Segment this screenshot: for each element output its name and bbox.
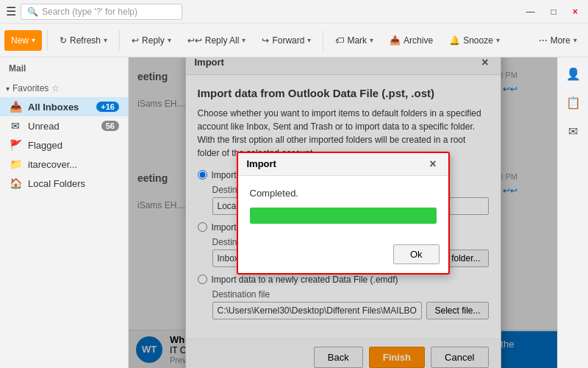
sidebar-item-unread[interactable]: ✉ Unread 56 — [0, 116, 128, 135]
favorites-label: Favorites — [12, 83, 49, 93]
sidebar-item-itarecover[interactable]: 📁 itarecover... — [0, 155, 128, 174]
itarecover-label: itarecover... — [28, 159, 77, 170]
title-bar-left: ☰ 🔍 Search (type '?' for help) — [6, 4, 182, 20]
main-content: eeting Fri 5/17/2013 6:58 PM ↩ ↩↩ iSams … — [129, 57, 588, 368]
right-panel-calendar-button[interactable]: 📋 — [562, 92, 584, 113]
completed-text: Completed. — [250, 188, 437, 199]
inner-dialog-title-text: Import — [247, 158, 276, 169]
unread-icon: ✉ — [9, 120, 22, 132]
right-panel-person-button[interactable]: 👤 — [562, 63, 584, 85]
search-box[interactable]: 🔍 Search (type '?' for help) — [21, 4, 182, 20]
flagged-icon: 🚩 — [9, 139, 22, 151]
search-placeholder: Search (type '?' for help) — [42, 7, 137, 17]
inner-dialog-close-button[interactable]: × — [426, 158, 439, 170]
more-button[interactable]: ⋯ More ▾ — [532, 30, 584, 51]
right-panel-mail-button[interactable]: ✉ — [564, 121, 581, 142]
right-panel: 👤 📋 ✉ — [557, 57, 588, 368]
title-bar-controls: — □ × — [522, 7, 582, 17]
unread-label: Unread — [28, 121, 60, 132]
sidebar-item-all-inboxes[interactable]: 📥 All Inboxes +16 — [0, 97, 128, 116]
inner-dialog: Import × Completed. Ok — [237, 152, 450, 275]
mark-arrow[interactable]: ▾ — [370, 36, 373, 44]
refresh-icon: ↻ — [60, 35, 67, 46]
local-folders-label: Local Folders — [28, 178, 85, 189]
progress-bar-fill — [250, 208, 437, 224]
minimize-button[interactable]: — — [522, 7, 539, 17]
reply-button[interactable]: ↩ Reply ▾ — [125, 30, 178, 51]
sidebar-mail-section: Mail — [0, 57, 128, 79]
inner-dialog-overlay: Import × Completed. Ok — [186, 57, 501, 368]
reply-all-icon: ↩↩ — [187, 35, 202, 46]
snooze-icon: 🔔 — [449, 35, 460, 46]
archive-icon: 📥 — [390, 35, 401, 46]
forward-icon: ↪ — [262, 35, 269, 46]
reply-all-button[interactable]: ↩↩ Reply All ▾ — [181, 30, 253, 51]
ok-button[interactable]: Ok — [393, 244, 440, 264]
inner-dialog-title-bar: Import × — [238, 153, 448, 176]
snooze-arrow[interactable]: ▾ — [496, 36, 500, 44]
reply-all-arrow[interactable]: ▾ — [242, 36, 245, 44]
snooze-button[interactable]: 🔔 Snooze ▾ — [442, 30, 506, 51]
inner-dialog-footer: Ok — [238, 241, 448, 273]
sidebar: Mail ▾ Favorites ☆ 📥 All Inboxes +16 ✉ U… — [0, 57, 129, 368]
flagged-label: Flagged — [28, 140, 62, 151]
separator-3 — [323, 30, 323, 51]
main-area: Mail ▾ Favorites ☆ 📥 All Inboxes +16 ✉ U… — [0, 57, 588, 368]
new-button[interactable]: New ▾ — [4, 30, 42, 51]
all-inboxes-label: All Inboxes — [28, 102, 79, 113]
more-icon: ⋯ — [539, 35, 548, 46]
star-icon: ☆ — [51, 83, 60, 93]
forward-arrow[interactable]: ▾ — [307, 36, 311, 44]
separator-1 — [47, 30, 48, 51]
inbox-icon: 📥 — [9, 101, 22, 113]
hamburger-icon[interactable]: ☰ — [6, 4, 16, 18]
reply-arrow[interactable]: ▾ — [168, 36, 171, 44]
sidebar-item-flagged[interactable]: 🚩 Flagged — [0, 135, 128, 155]
modal-overlay: Import × Import data from Outlook Data F… — [129, 57, 557, 368]
archive-button[interactable]: 📥 Archive — [383, 30, 440, 51]
title-bar: ☰ 🔍 Search (type '?' for help) — □ × — [0, 0, 588, 24]
separator-2 — [119, 30, 120, 51]
toolbar: New ▾ ↻ Refresh ▾ ↩ Reply ▾ ↩↩ Reply All… — [0, 24, 588, 57]
folder-icon: 📁 — [9, 158, 22, 170]
favorites-chevron: ▾ — [6, 85, 10, 93]
all-inboxes-badge: +16 — [96, 102, 119, 112]
new-dropdown-arrow[interactable]: ▾ — [32, 36, 35, 44]
refresh-arrow[interactable]: ▾ — [104, 36, 107, 44]
import-dialog: Import × Import data from Outlook Data F… — [185, 57, 501, 368]
mark-icon: 🏷 — [335, 35, 344, 46]
more-arrow[interactable]: ▾ — [573, 36, 577, 44]
inner-dialog-body: Completed. — [238, 176, 448, 241]
reply-icon: ↩ — [132, 35, 139, 46]
sidebar-app-title: Mail — [0, 60, 128, 77]
new-label: New — [11, 35, 29, 46]
close-button[interactable]: × — [568, 7, 582, 17]
mark-button[interactable]: 🏷 Mark ▾ — [329, 30, 380, 51]
search-icon: 🔍 — [27, 7, 38, 17]
refresh-button[interactable]: ↻ Refresh ▾ — [53, 30, 114, 51]
local-folders-icon: 🏠 — [9, 177, 22, 189]
unread-badge: 56 — [101, 121, 119, 131]
forward-button[interactable]: ↪ Forward ▾ — [255, 30, 318, 51]
sidebar-favorites-header[interactable]: ▾ Favorites ☆ — [0, 79, 128, 97]
maximize-button[interactable]: □ — [547, 7, 561, 17]
progress-bar-background — [250, 208, 437, 224]
sidebar-item-local-folders[interactable]: 🏠 Local Folders — [0, 174, 128, 193]
